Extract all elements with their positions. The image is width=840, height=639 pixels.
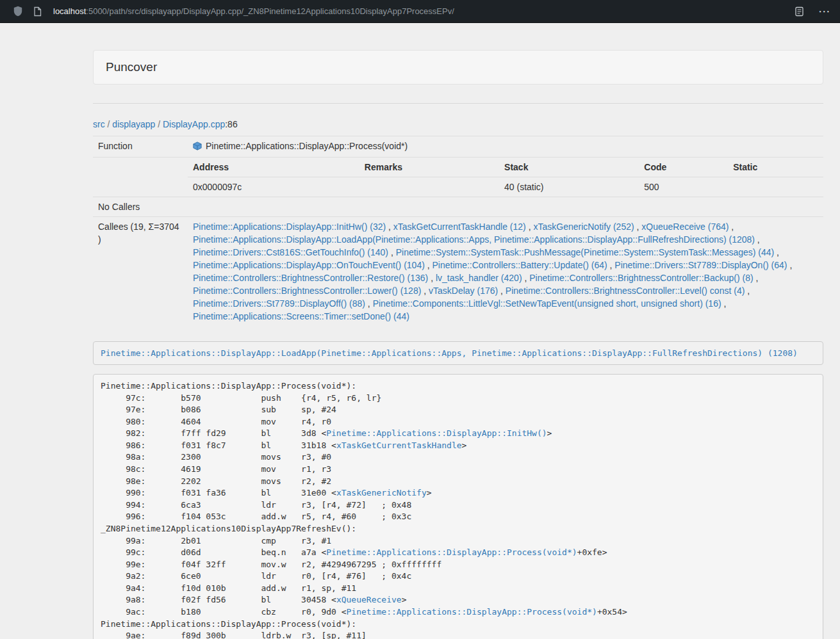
url-host: localhost xyxy=(53,6,86,16)
breadcrumb-separator: / xyxy=(105,119,113,129)
callee-separator: , xyxy=(787,260,793,270)
page-icon xyxy=(33,6,42,17)
table-row: Callees (19, Σ=3704 ) Pinetime::Applicat… xyxy=(93,217,823,327)
function-name: Pinetime::Applications::DisplayApp::Proc… xyxy=(206,141,408,151)
static-value xyxy=(728,177,823,197)
callee-separator: , xyxy=(729,222,734,232)
callee-link[interactable]: Pinetime::Controllers::BrightnessControl… xyxy=(529,273,753,283)
disassembly-code: Pinetime::Applications::DisplayApp::Proc… xyxy=(93,374,823,639)
callee-separator: , xyxy=(721,298,727,309)
code-symbol-link[interactable]: Pinetime::Applications::DisplayApp::Proc… xyxy=(347,607,597,617)
callee-link[interactable]: Pinetime::Drivers::St7789::DisplayOn() (… xyxy=(614,260,787,270)
callee-separator: , xyxy=(634,222,642,232)
callee-link[interactable]: Pinetime::Drivers::St7789::DisplayOff() … xyxy=(193,298,365,309)
menu-icon[interactable]: ⋯ xyxy=(818,5,831,17)
callee-link[interactable]: xTaskGetCurrentTaskHandle (12) xyxy=(393,222,526,232)
main-content: Puncover src / displayapp / DisplayApp.c… xyxy=(93,50,823,639)
column-stack: Stack xyxy=(499,158,639,177)
breadcrumb-displayapp[interactable]: displayapp xyxy=(112,119,155,129)
column-address: Address xyxy=(188,158,359,177)
remarks-value xyxy=(359,177,499,197)
callee-separator: , xyxy=(755,234,760,245)
callee-link[interactable]: lv_task_handler (420) xyxy=(436,273,522,283)
app-header-panel: Puncover xyxy=(93,50,823,85)
column-remarks: Remarks xyxy=(359,158,499,177)
breadcrumb-src[interactable]: src xyxy=(93,119,105,129)
callee-separator: , xyxy=(774,247,779,257)
callee-link[interactable]: Pinetime::Applications::DisplayApp::OnTo… xyxy=(193,260,425,270)
callee-separator: , xyxy=(498,286,506,296)
breadcrumb-line-number: :86 xyxy=(225,119,237,129)
callee-separator: , xyxy=(754,273,759,283)
callee-link[interactable]: Pinetime::Controllers::Battery::Update()… xyxy=(432,260,607,270)
url-path: :5000/path/src/displayapp/DisplayApp.cpp… xyxy=(86,6,454,16)
callee-separator: , xyxy=(425,260,432,270)
callee-link[interactable]: Pinetime::Applications::Screens::Timer::… xyxy=(193,311,409,321)
column-static: Static xyxy=(728,158,823,177)
breadcrumb-separator: / xyxy=(155,119,163,129)
callees-list: Pinetime::Applications::DisplayApp::Init… xyxy=(188,217,823,327)
address-value: 0x0000097c xyxy=(188,177,359,197)
code-symbol-link[interactable]: Pinetime::Applications::DisplayApp::Init… xyxy=(326,428,547,438)
table-row: No Callers xyxy=(93,197,823,217)
breadcrumb-file[interactable]: DisplayApp.cpp xyxy=(163,119,225,129)
table-row: Address Remarks Stack Code Static 0x0000… xyxy=(93,158,823,197)
code-symbol-link[interactable]: xTaskGenericNotify xyxy=(336,488,427,497)
callee-link[interactable]: Pinetime::Components::LittleVgl::SetNewT… xyxy=(373,298,721,309)
code-symbol-link[interactable]: Pinetime::Applications::DisplayApp::Proc… xyxy=(326,547,577,557)
callee-separator: , xyxy=(526,222,534,232)
column-code: Code xyxy=(639,158,728,177)
callee-link[interactable]: Pinetime::Applications::DisplayApp::Load… xyxy=(193,234,755,245)
browser-topbar: localhost:5000/path/src/displayapp/Displ… xyxy=(0,0,840,23)
callee-link[interactable]: Pinetime::Applications::DisplayApp::Init… xyxy=(193,222,386,232)
callees-label: Callees (19, Σ=3704 ) xyxy=(93,217,188,327)
address-bar[interactable]: localhost:5000/path/src/displayapp/Displ… xyxy=(53,6,795,16)
divider xyxy=(93,103,823,104)
stack-value: 40 (static) xyxy=(499,177,639,197)
code-symbol-link[interactable]: xTaskGetCurrentTaskHandle xyxy=(336,441,462,450)
selected-callee-box: Pinetime::Applications::DisplayApp::Load… xyxy=(93,341,823,365)
page-title: Puncover xyxy=(106,60,157,74)
table-row: Function Pinetime::Applications::Display… xyxy=(93,136,823,158)
symbol-table: Function Pinetime::Applications::Display… xyxy=(93,136,823,326)
no-callers-label: No Callers xyxy=(93,197,188,217)
callee-link[interactable]: vTaskDelay (176) xyxy=(429,286,498,296)
callee-link[interactable]: Pinetime::Drivers::Cst816S::GetTouchInfo… xyxy=(193,247,388,257)
function-stats-table: Address Remarks Stack Code Static 0x0000… xyxy=(188,158,823,197)
callee-link[interactable]: Pinetime::System::SystemTask::PushMessag… xyxy=(396,247,775,257)
callee-link[interactable]: Pinetime::Controllers::BrightnessControl… xyxy=(193,286,421,296)
reader-mode-icon[interactable] xyxy=(795,6,804,17)
function-type-icon xyxy=(193,141,202,154)
callee-separator: , xyxy=(365,298,373,309)
callee-link[interactable]: Pinetime::Controllers::BrightnessControl… xyxy=(506,286,745,296)
table-row: 0x0000097c 40 (static) 500 xyxy=(188,177,823,197)
empty-row-label xyxy=(93,158,188,197)
table-header-row: Address Remarks Stack Code Static xyxy=(188,158,823,177)
callee-separator: , xyxy=(421,286,429,296)
function-row-label: Function xyxy=(93,136,188,158)
callee-separator: , xyxy=(428,273,436,283)
callee-link[interactable]: Pinetime::Controllers::BrightnessControl… xyxy=(193,273,428,283)
selected-callee-link[interactable]: Pinetime::Applications::DisplayApp::Load… xyxy=(101,348,798,358)
callee-link[interactable]: xTaskGenericNotify (252) xyxy=(533,222,634,232)
callee-link[interactable]: xQueueReceive (764) xyxy=(641,222,729,232)
callee-separator: , xyxy=(745,286,750,296)
code-symbol-link[interactable]: xQueueReceive xyxy=(336,595,402,604)
callee-separator: , xyxy=(607,260,615,270)
callee-separator: , xyxy=(522,273,530,283)
callee-separator: , xyxy=(386,222,393,232)
shield-icon[interactable] xyxy=(13,6,23,17)
callee-separator: , xyxy=(388,247,396,257)
breadcrumb: src / displayapp / DisplayApp.cpp:86 xyxy=(93,118,823,131)
code-value: 500 xyxy=(639,177,728,197)
